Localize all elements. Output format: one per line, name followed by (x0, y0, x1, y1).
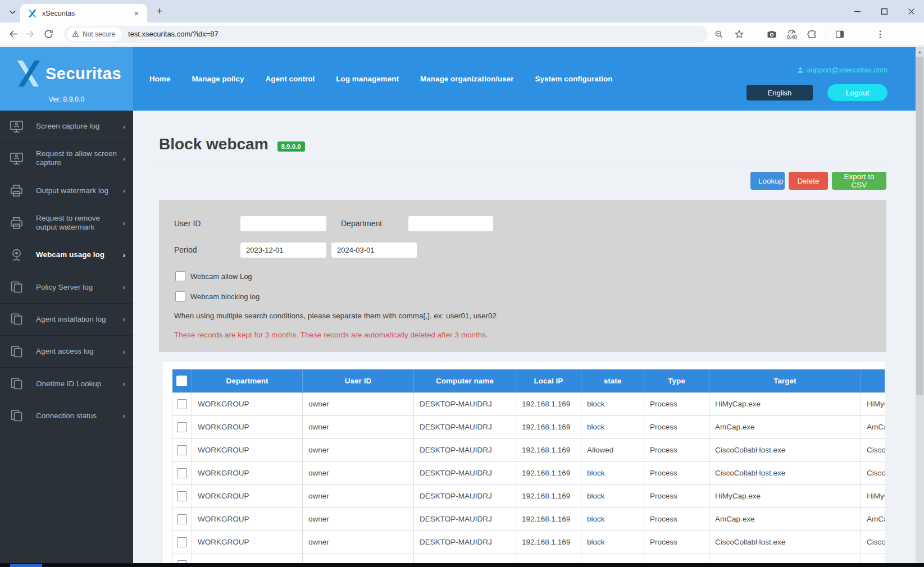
lookup-button[interactable]: Lookup (750, 172, 785, 190)
screenshot-camera-icon[interactable] (765, 28, 779, 41)
period-from-input[interactable] (240, 243, 326, 258)
webcam-allow-log-checkbox[interactable] (175, 271, 185, 281)
copy-icon (9, 280, 24, 295)
window-close-button[interactable] (903, 3, 920, 19)
sidebar-item-agent-installation-log[interactable]: Agent installation log› (0, 304, 133, 336)
account-email[interactable]: support@xsecuritas.com (796, 66, 887, 74)
not-secure-badge[interactable]: Not secure (67, 28, 122, 41)
page-title: Block webcam (159, 135, 268, 153)
search-hint-text: When using multiple search conditions, p… (174, 312, 497, 320)
cell-target: AmCap.exe (709, 415, 861, 438)
export-csv-button[interactable]: Export to CSV (832, 172, 886, 190)
reload-icon[interactable] (40, 26, 56, 42)
tab-close-icon[interactable]: × (131, 8, 142, 19)
nav-item-home[interactable]: Home (149, 75, 171, 83)
performance-gauge-icon[interactable]: 0.40 (785, 28, 799, 40)
language-button[interactable]: English (747, 85, 813, 100)
sidebar-item-webcam-usage-log[interactable]: Webcam usage log› (0, 239, 133, 271)
cell-department: WORKGROUP (192, 461, 303, 484)
cell-overflow: CiscoCollabHost.exe (861, 531, 885, 554)
row-select-cell (172, 531, 192, 554)
sidebar-item-label: Agent access log (36, 347, 123, 356)
table-row: WORKGROUPownerDESKTOP-MAUIDRJ192.168.1.1… (172, 507, 885, 531)
nav-item-system-configuration[interactable]: System configuration (535, 75, 613, 83)
chevron-right-icon: › (123, 154, 125, 163)
table-header-row: DepartmentUser IDComputer nameLocal IPst… (172, 369, 885, 392)
new-tab-button[interactable]: + (153, 4, 166, 18)
cell-user-id: owner (303, 461, 414, 484)
sidebar-item-label: Policy Server log (36, 283, 123, 292)
sidebar-item-output-watermark-log[interactable]: Output watermark log› (0, 175, 133, 207)
sidebar-item-agent-access-log[interactable]: Agent access log› (0, 336, 133, 368)
top-nav: HomeManage policyAgent controlLog manage… (133, 47, 916, 111)
app-version: Ver: 8.9.0.0 (0, 95, 133, 103)
url-bar[interactable]: Not secure test.xsecuritas.com/?idx=87 (64, 26, 708, 43)
xsecuritas-favicon-icon (27, 8, 37, 19)
log-table-card: DepartmentUser IDComputer nameLocal IPst… (163, 362, 885, 563)
extensions-puzzle-icon[interactable] (805, 28, 819, 41)
cell-computer: DESKTOP-MAUIDRJ (414, 392, 516, 415)
cell-type: Process (644, 415, 709, 438)
nav-item-manage-organization-user[interactable]: Manage organization/user (420, 75, 514, 83)
chevron-right-icon: › (123, 347, 125, 356)
nav-item-log-management[interactable]: Log management (336, 75, 399, 83)
filter-panel: User ID Department Period Webcam allow L… (159, 200, 886, 352)
nav-item-manage-policy[interactable]: Manage policy (192, 75, 244, 83)
row-select-checkbox[interactable] (177, 491, 187, 501)
cell-computer: DESKTOP-MAUIDRJ (414, 531, 516, 554)
forward-icon[interactable] (21, 26, 37, 42)
row-select-checkbox[interactable] (177, 468, 187, 478)
cell-type: Process (644, 461, 709, 484)
window-maximize-button[interactable] (876, 3, 893, 19)
toolbar-divider (826, 29, 826, 39)
period-to-input[interactable] (331, 243, 417, 258)
sidebar-item-screen-capture-log[interactable]: Screen capture log› (0, 111, 133, 143)
cell-target: AmCap.exe (709, 507, 861, 531)
logout-button[interactable]: Logout (827, 84, 887, 101)
side-panel-icon[interactable] (833, 28, 846, 41)
period-label: Period (174, 245, 197, 254)
page-scrollbar[interactable]: ▲ (916, 47, 924, 563)
column-header-type: Type (644, 369, 709, 392)
sidebar-item-connection-status[interactable]: Connection status› (0, 400, 133, 432)
zoom-out-icon[interactable] (712, 28, 726, 41)
department-input[interactable] (408, 216, 493, 231)
logo-panel[interactable]: Securitas Ver: 8.9.0.0 (0, 47, 133, 111)
sidebar-item-request-to-allow-screen-capture[interactable]: Request to allow screen capture› (0, 143, 133, 175)
row-select-checkbox[interactable] (177, 422, 187, 432)
copy-icon (9, 376, 24, 391)
cell-ip: 192.168.1.169 (516, 438, 581, 461)
cell-target: CiscoCollabHost.exe (709, 438, 861, 461)
chevron-right-icon: › (123, 411, 125, 420)
webcam-blocking-log-checkbox[interactable] (175, 291, 185, 301)
xsecuritas-logo-icon (12, 57, 44, 90)
bookmark-star-icon[interactable] (732, 28, 746, 41)
row-select-checkbox[interactable] (177, 537, 187, 547)
tab-search-chevron-icon[interactable] (6, 5, 19, 19)
sidebar-item-policy-server-log[interactable]: Policy Server log› (0, 271, 133, 303)
printer-icon (9, 183, 24, 198)
sidebar-item-onetime-id-lookup[interactable]: Onetime ID Lookup› (0, 368, 133, 400)
back-icon[interactable] (6, 26, 21, 42)
copy-icon (9, 312, 24, 327)
department-label: Department (341, 219, 382, 228)
scrollbar-thumb[interactable] (916, 57, 923, 395)
cell-ip: 192.168.1.169 (516, 461, 581, 484)
row-select-checkbox[interactable] (177, 514, 187, 524)
sidebar-item-request-to-remove-output-watermark[interactable]: Request to remove output watermark› (0, 207, 133, 239)
delete-button[interactable]: Delete (789, 172, 828, 190)
sidebar-item-label: Connection status (36, 411, 123, 420)
cell-user-id: owner (303, 438, 414, 461)
browser-tab[interactable]: xSecuritas × (20, 4, 147, 22)
chevron-right-icon: › (123, 186, 125, 195)
select-all-checkbox[interactable] (176, 376, 187, 386)
row-select-checkbox[interactable] (177, 445, 187, 455)
user-id-input[interactable] (240, 216, 326, 231)
browser-menu-kebab-icon[interactable] (873, 28, 887, 41)
nav-item-agent-control[interactable]: Agent control (266, 75, 315, 83)
window-minimize-button[interactable] (849, 3, 866, 19)
app-header: Securitas Ver: 8.9.0.0 HomeManage policy… (0, 47, 916, 111)
scroll-up-arrow-icon[interactable]: ▲ (916, 50, 924, 54)
table-row: WORKGROUPownerDESKTOP-MAUIDRJ192.168.1.1… (172, 438, 885, 461)
row-select-checkbox[interactable] (177, 399, 187, 409)
